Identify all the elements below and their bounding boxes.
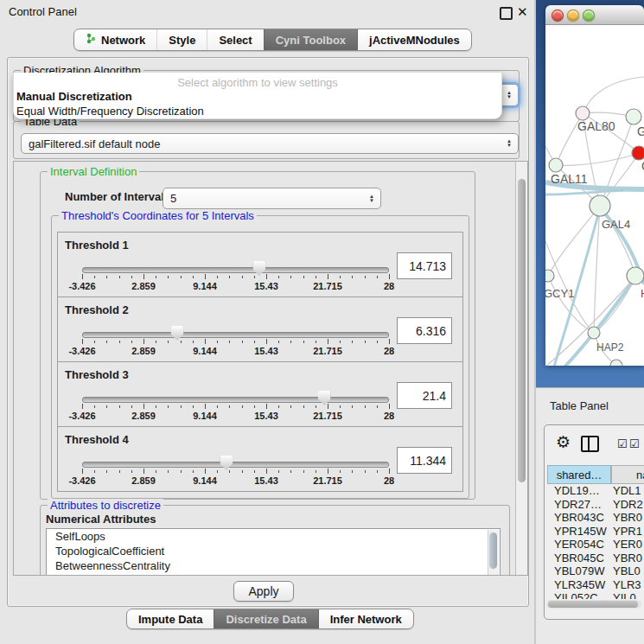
table-row[interactable]: YLR345WYLR3 xyxy=(545,578,644,592)
slider[interactable]: -3.4262.8599.14415.4321.71528 xyxy=(82,267,389,293)
tab-label: Cyni Toolbox xyxy=(276,34,346,47)
checked-checkbox-icon[interactable]: ☑ xyxy=(617,437,628,450)
scrollbar-thumb[interactable] xyxy=(518,179,526,482)
zoom-light[interactable] xyxy=(583,10,595,22)
tab-select[interactable]: Select xyxy=(207,29,263,50)
table-row[interactable]: YDL19…YDL1 xyxy=(545,484,644,498)
column-header-name[interactable]: na xyxy=(611,465,644,484)
slider[interactable]: -3.4262.8599.14415.4321.71528 xyxy=(82,462,389,488)
scrollbar-thumb[interactable] xyxy=(489,532,497,569)
popup-item-manual-discretization[interactable]: Manual Discretization xyxy=(14,89,501,104)
network-node-gal4[interactable] xyxy=(590,195,610,216)
threshold-value[interactable]: 6.316 xyxy=(397,317,452,344)
tick-mark xyxy=(340,276,341,278)
list-item[interactable]: SelfLoops xyxy=(47,529,500,544)
cell-shared-name: YBL079W xyxy=(554,564,605,577)
tick-mark xyxy=(131,341,132,343)
stepper-arrows-icon: ▲▼ xyxy=(369,194,374,203)
table-horizontal-scrollbar[interactable] xyxy=(546,600,641,609)
network-canvas[interactable]: GAL80GACGAL11GAL4GCY1HHAP2 xyxy=(545,25,644,366)
tick-label: 2.859 xyxy=(131,346,156,356)
tick-mark xyxy=(316,470,316,473)
list-scrollbar[interactable] xyxy=(488,530,499,576)
slider[interactable]: -3.4262.8599.14415.4321.71528 xyxy=(82,397,389,423)
close-icon[interactable]: ✕ xyxy=(517,4,528,20)
slider-thumb[interactable] xyxy=(318,391,331,405)
tab-label: Impute Data xyxy=(138,613,202,626)
network-node-ga[interactable] xyxy=(626,109,641,124)
tick-label: 2.859 xyxy=(131,281,156,291)
tick-label: 15.43 xyxy=(254,346,278,356)
tick-mark xyxy=(193,341,194,343)
network-edge[interactable] xyxy=(583,112,633,117)
slider-track[interactable] xyxy=(82,267,389,273)
tick-mark xyxy=(254,341,255,343)
tick-mark xyxy=(365,341,366,343)
network-edge[interactable] xyxy=(556,154,638,165)
minimize-light[interactable] xyxy=(567,10,579,22)
numerical-attributes-list[interactable]: SelfLoopsTopologicalCoefficientBetweenne… xyxy=(46,528,501,576)
slider[interactable]: -3.4262.8599.14415.4321.71528 xyxy=(82,332,389,358)
slider-track[interactable] xyxy=(82,462,389,468)
bottom-tab-impute-data[interactable]: Impute Data xyxy=(127,609,214,628)
checked-checkbox-icon[interactable]: ☑ xyxy=(629,437,640,450)
tab-style[interactable]: Style xyxy=(156,29,207,50)
settings-scroll-panel: Interval Definition Number of Intervals … xyxy=(13,161,528,576)
apply-button[interactable]: Apply xyxy=(233,581,294,602)
list-item[interactable]: BetweennessCentrality xyxy=(47,558,500,573)
tick-mark xyxy=(266,404,267,409)
panel-scrollbar[interactable] xyxy=(515,162,527,575)
close-light[interactable] xyxy=(552,10,564,22)
tick-label: 15.43 xyxy=(254,475,278,486)
tab-label: Select xyxy=(219,34,252,47)
tick-mark xyxy=(131,276,132,278)
slider-track[interactable] xyxy=(82,397,389,403)
bottom-tab-discretize-data[interactable]: Discretize Data xyxy=(214,609,317,628)
tick-mark xyxy=(143,339,144,344)
table-row[interactable]: YPR145WYPR1 xyxy=(545,525,644,539)
network-node-h[interactable] xyxy=(627,267,644,284)
number-of-intervals-combobox[interactable]: 5 ▲▼ xyxy=(163,188,381,209)
threshold-value[interactable]: 11.344 xyxy=(397,447,452,474)
network-node-gcy1[interactable] xyxy=(545,270,554,282)
table-row[interactable]: YER054CYER0 xyxy=(545,538,644,552)
table-row[interactable]: YIL052CYIL0 xyxy=(545,591,644,599)
slider-thumb[interactable] xyxy=(252,261,265,276)
scrollbar-thumb[interactable] xyxy=(548,601,638,608)
network-window-titlebar[interactable] xyxy=(545,5,644,25)
table-row[interactable]: YDR27…YDR2 xyxy=(545,498,644,512)
gear-icon[interactable]: ⚙ xyxy=(556,432,571,452)
threshold-value[interactable]: 21.4 xyxy=(397,382,452,409)
table-row[interactable]: YBL079WYBL0 xyxy=(545,564,644,578)
network-node-hap2[interactable] xyxy=(588,327,600,339)
node-label: GAL4 xyxy=(602,218,630,231)
tick-mark xyxy=(254,405,255,408)
table-data-combobox[interactable]: galFiltered.sif default node ▲▼ xyxy=(21,133,519,154)
split-columns-icon[interactable] xyxy=(581,436,599,452)
tick-mark xyxy=(303,470,304,473)
tick-mark xyxy=(389,274,390,279)
list-item[interactable]: TopologicalCoefficient xyxy=(47,544,500,558)
column-header-shared[interactable]: shared… xyxy=(547,465,611,484)
tick-mark xyxy=(156,276,156,278)
table-row[interactable]: YBR045CYBR0 xyxy=(545,552,644,565)
tab-network[interactable]: Network xyxy=(74,29,156,50)
tab-jactivemnodules[interactable]: jActiveMNodules xyxy=(357,29,471,50)
threshold-value[interactable]: 14.713 xyxy=(397,252,452,279)
float-window-icon[interactable] xyxy=(500,7,513,20)
table-row[interactable]: YBR043CYBR0 xyxy=(545,511,644,525)
network-node-gal80[interactable] xyxy=(576,106,590,120)
tick-mark xyxy=(340,341,341,343)
tab-cyni-toolbox[interactable]: Cyni Toolbox xyxy=(264,29,357,50)
network-node[interactable] xyxy=(610,360,622,366)
network-node-c[interactable] xyxy=(632,146,644,160)
tick-mark xyxy=(340,405,341,408)
slider-thumb[interactable] xyxy=(220,456,233,470)
network-edge[interactable] xyxy=(584,77,644,112)
bottom-tab-infer-network[interactable]: Infer Network xyxy=(318,609,413,628)
tick-mark xyxy=(119,405,120,408)
popup-item-equal-width-frequency-discretization[interactable]: Equal Width/Frequency Discretization xyxy=(14,104,501,118)
network-node-gal11[interactable] xyxy=(549,158,563,172)
slider-thumb[interactable] xyxy=(171,326,184,341)
slider-track[interactable] xyxy=(82,332,389,338)
